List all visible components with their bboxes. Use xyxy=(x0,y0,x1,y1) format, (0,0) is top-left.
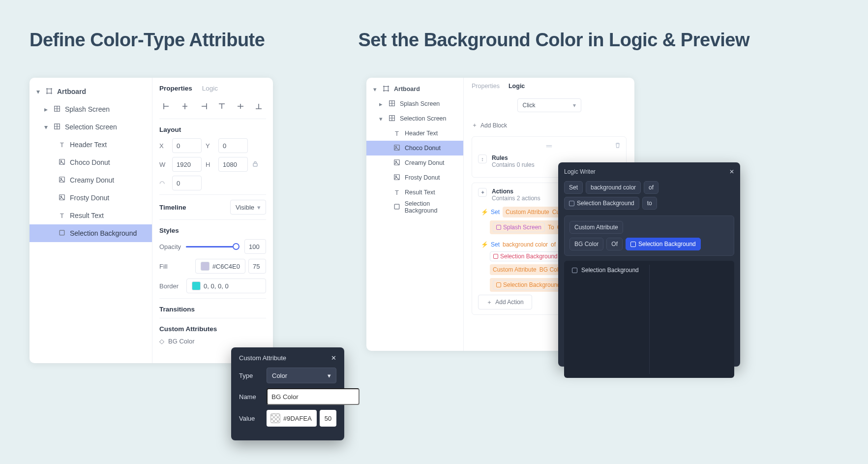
y-input[interactable] xyxy=(218,138,248,153)
type-select[interactable]: Color▾ xyxy=(267,368,336,383)
value-swatch xyxy=(270,413,280,423)
text-icon: T xyxy=(393,189,401,196)
custom-attributes-header: Custom Attributes xyxy=(159,325,266,333)
chip-set[interactable]: Set xyxy=(564,181,583,194)
custom-attr-item[interactable]: BG Color xyxy=(168,338,194,345)
title-left: Define Color-Type Attribute xyxy=(30,30,265,51)
layer-item[interactable]: Frosty Donut xyxy=(30,189,152,207)
trash-icon[interactable] xyxy=(614,142,621,151)
rules-sub: Contains 0 rules xyxy=(492,161,535,168)
w-label: W xyxy=(159,161,168,168)
bolt-icon: ⚡ xyxy=(481,241,488,248)
tab-logic[interactable]: Logic xyxy=(509,83,525,90)
value-pct-input[interactable]: 50 xyxy=(320,410,336,427)
visible-dropdown[interactable]: Visible ▾ xyxy=(230,200,266,215)
transitions-header: Transitions xyxy=(159,306,266,313)
logic-writer-panel: Logic Writer✕ Set background color of Se… xyxy=(558,162,740,367)
list-item[interactable]: Selection Background xyxy=(572,267,646,274)
layer-item-selected[interactable]: Choco Donut xyxy=(366,141,463,155)
align-center-icon[interactable] xyxy=(179,101,191,112)
svg-rect-18 xyxy=(394,204,399,209)
layer-item[interactable]: Selection Background xyxy=(366,200,463,215)
opacity-input[interactable] xyxy=(244,239,266,254)
align-left-icon[interactable] xyxy=(160,101,173,112)
chip-bgcolor[interactable]: background color xyxy=(586,181,641,194)
token: background color xyxy=(503,241,548,248)
popover-title: Custom Attribute xyxy=(239,354,286,362)
svg-point-5 xyxy=(60,178,61,179)
layer-selection[interactable]: ▾Selection Screen xyxy=(366,111,463,126)
opacity-slider[interactable] xyxy=(186,246,239,247)
layer-item[interactable]: Creamy Donut xyxy=(366,155,463,170)
layer-artboard[interactable]: ▾Artboard xyxy=(366,82,463,96)
w-input[interactable] xyxy=(172,157,202,172)
rect-icon xyxy=(58,229,66,238)
type-label: Type xyxy=(239,372,262,379)
layer-item[interactable]: TResult Text xyxy=(30,207,152,224)
chip-of[interactable]: of xyxy=(644,181,658,194)
corner-label: ◠ xyxy=(159,180,168,187)
target-chip: Selection Background xyxy=(493,280,564,290)
tab-logic[interactable]: Logic xyxy=(202,85,218,92)
tab-properties[interactable]: Properties xyxy=(159,85,192,92)
border-chip[interactable]: 0, 0, 0, 0 xyxy=(186,278,266,293)
kw-set: Set xyxy=(491,209,500,216)
fill-chip[interactable]: #C6C4E0 xyxy=(195,259,245,274)
layer-tree: ▾ Artboard ▸ Splash Screen ▾ Selection S… xyxy=(30,78,152,363)
layout-header: Layout xyxy=(159,126,266,133)
svg-rect-4 xyxy=(60,177,65,182)
chip-selbg-active[interactable]: Selection Background xyxy=(626,238,701,250)
add-action-button[interactable]: ＋Add Action xyxy=(478,295,532,309)
frame-icon xyxy=(53,105,61,114)
corner-input[interactable] xyxy=(172,176,202,190)
text-icon: T xyxy=(58,212,66,219)
layer-selection[interactable]: ▾ Selection Screen xyxy=(30,118,152,136)
layer-item[interactable]: Choco Donut xyxy=(30,154,152,171)
chip-selbg[interactable]: Selection Background xyxy=(564,197,639,210)
fill-label: Fill xyxy=(159,263,168,270)
chip-custom-attr[interactable]: Custom Attribute xyxy=(569,221,623,234)
layer-item[interactable]: THeader Text xyxy=(366,126,463,141)
properties-panel: Properties Logic Layout X Y W xyxy=(152,78,273,363)
border-label: Border xyxy=(159,282,179,290)
layer-item[interactable]: TResult Text xyxy=(366,185,463,200)
h-input[interactable] xyxy=(218,157,248,172)
value-hex-input[interactable]: #9DAFEA xyxy=(267,410,317,427)
svg-rect-6 xyxy=(60,194,65,200)
target-chip: Splash Screen xyxy=(493,222,545,232)
add-block-button[interactable]: ＋Add Block xyxy=(472,121,627,129)
layer-splash[interactable]: ▸ Splash Screen xyxy=(30,100,152,118)
fill-pct-input[interactable] xyxy=(248,259,266,274)
define-panel: ▾ Artboard ▸ Splash Screen ▾ Selection S… xyxy=(30,78,273,363)
svg-point-3 xyxy=(60,160,61,161)
artboard-icon xyxy=(382,85,390,93)
nested-expression: Custom Attribute BG Color Of Selection B… xyxy=(564,216,734,256)
layer-splash[interactable]: ▸Splash Screen xyxy=(366,96,463,111)
image-icon xyxy=(393,174,401,182)
image-icon xyxy=(58,158,66,167)
token: Custom Attribute xyxy=(493,266,537,273)
chip-bgcolor[interactable]: BG Color xyxy=(569,238,603,250)
event-select[interactable]: Click▾ xyxy=(517,98,581,112)
close-icon[interactable]: ✕ xyxy=(729,168,734,175)
align-middle-icon[interactable] xyxy=(234,101,247,112)
drag-handle-icon[interactable]: ═ xyxy=(478,142,620,151)
align-bottom-icon[interactable] xyxy=(252,101,265,112)
chip-to[interactable]: to xyxy=(642,197,657,210)
layer-item[interactable]: Frosty Donut xyxy=(366,170,463,185)
align-right-icon[interactable] xyxy=(197,101,210,112)
layer-item-selected[interactable]: Selection Background xyxy=(30,224,152,242)
close-icon[interactable]: ✕ xyxy=(331,354,336,362)
lock-icon[interactable] xyxy=(252,160,265,169)
layer-artboard[interactable]: ▾ Artboard xyxy=(30,83,152,100)
x-input[interactable] xyxy=(172,138,202,153)
tab-properties[interactable]: Properties xyxy=(472,83,500,90)
layer-item[interactable]: THeader Text xyxy=(30,136,152,154)
name-input[interactable] xyxy=(267,388,359,405)
chip-of[interactable]: Of xyxy=(606,238,623,250)
plus-icon: ＋ xyxy=(472,121,478,129)
layer-item[interactable]: Creamy Donut xyxy=(30,171,152,189)
paint-icon: ◇ xyxy=(159,338,164,345)
align-top-icon[interactable] xyxy=(215,101,228,112)
frame-icon xyxy=(388,100,396,108)
